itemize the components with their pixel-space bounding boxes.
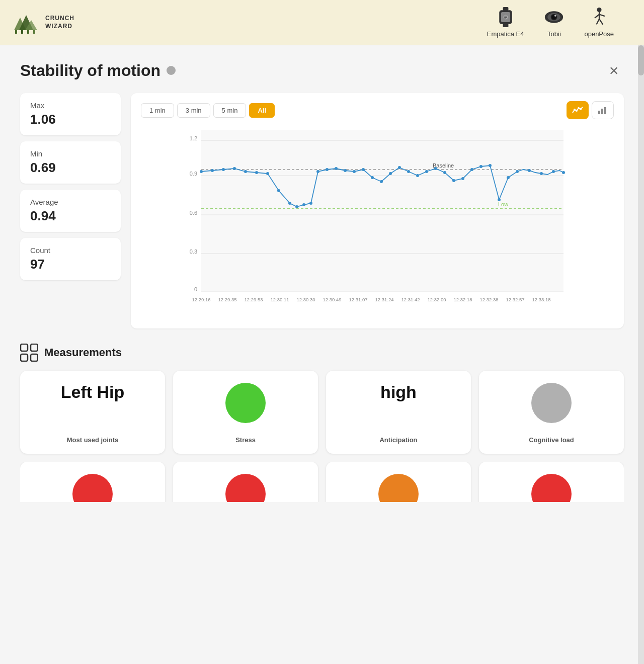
- lefthip-sub-label: Most used joints: [67, 436, 119, 444]
- stats-panel: Max 1.06 Min 0.69 Average 0.94 Count 97: [20, 93, 121, 328]
- svg-point-53: [244, 170, 247, 173]
- measurement-card-cogload[interactable]: Cognitive load: [479, 371, 624, 454]
- svg-line-23: [599, 15, 605, 17]
- svg-point-28: [576, 110, 578, 112]
- svg-text:0.6: 0.6: [190, 210, 197, 216]
- stat-avg-card: Average 0.94: [20, 190, 121, 232]
- svg-point-55: [266, 172, 269, 175]
- time-btn-1min[interactable]: 1 min: [141, 103, 174, 118]
- svg-rect-3: [15, 30, 17, 34]
- svg-point-27: [574, 109, 576, 111]
- measurement-card-r2-3[interactable]: [479, 462, 624, 502]
- measurement-card-anticipation[interactable]: high Anticipation: [326, 371, 471, 454]
- logo-text: CRUNCHWIZARD: [45, 15, 74, 30]
- svg-rect-6: [33, 30, 35, 34]
- measurement-card-r2-1[interactable]: [173, 462, 318, 502]
- r2-0-indicator: [72, 474, 113, 502]
- stat-count-value: 97: [30, 257, 111, 272]
- stat-max-label: Max: [30, 101, 111, 110]
- person-icon: [589, 7, 609, 27]
- svg-point-84: [528, 169, 531, 172]
- r2-3-indicator: [531, 474, 572, 502]
- svg-text:12:32:57: 12:32:57: [506, 297, 525, 302]
- svg-line-25: [599, 19, 603, 25]
- measurement-cards-row-1: Left Hip Most used joints Stress high An…: [20, 371, 624, 454]
- measurement-cards-row-2: [20, 462, 624, 502]
- svg-text:12:29:53: 12:29:53: [245, 297, 263, 302]
- title-row: Stability of motion ×: [20, 60, 624, 80]
- time-btn-3min[interactable]: 3 min: [177, 103, 210, 118]
- measurement-card-lefthip[interactable]: Left Hip Most used joints: [20, 371, 165, 454]
- scrollbar[interactable]: [638, 45, 644, 664]
- svg-point-67: [371, 176, 374, 179]
- eye-icon: [544, 7, 564, 27]
- svg-rect-4: [21, 30, 23, 34]
- lefthip-main-value: Left Hip: [61, 383, 125, 401]
- measurement-card-r2-0[interactable]: [20, 462, 165, 502]
- svg-point-86: [552, 170, 555, 173]
- device-tobii[interactable]: Tobii: [544, 7, 564, 38]
- svg-point-68: [380, 180, 383, 183]
- logo-area: CRUNCHWIZARD: [10, 8, 74, 38]
- svg-point-56: [277, 189, 280, 192]
- svg-point-62: [326, 168, 329, 171]
- svg-point-77: [461, 177, 464, 180]
- device-openpose[interactable]: openPose: [584, 7, 614, 38]
- svg-point-74: [434, 167, 437, 170]
- watch-icon: [496, 7, 516, 27]
- svg-point-66: [362, 168, 365, 171]
- svg-point-79: [479, 165, 482, 168]
- svg-point-59: [302, 203, 305, 206]
- cogload-indicator: [531, 383, 572, 423]
- device-empatica[interactable]: Empatica E4: [487, 7, 524, 38]
- scrollbar-thumb[interactable]: [638, 45, 644, 75]
- svg-rect-14: [504, 19, 506, 19]
- measurement-card-r2-2[interactable]: [326, 462, 471, 502]
- close-button[interactable]: ×: [604, 60, 624, 80]
- chart-controls: 1 min 3 min 5 min All: [141, 101, 614, 119]
- measurement-card-stress[interactable]: Stress: [173, 371, 318, 454]
- svg-point-63: [335, 167, 338, 170]
- svg-point-60: [309, 202, 312, 205]
- svg-text:0.3: 0.3: [190, 248, 197, 255]
- measurements-section: Measurements Left Hip Most used joints S…: [20, 344, 624, 502]
- svg-rect-39: [201, 130, 564, 291]
- svg-point-75: [443, 171, 446, 174]
- header-devices: Empatica E4 Tobii: [487, 7, 634, 38]
- time-btn-5min[interactable]: 5 min: [213, 103, 247, 118]
- chart-panel: 1 min 3 min 5 min All: [131, 93, 624, 328]
- svg-rect-12: [504, 16, 507, 16]
- chart-svg-container: 1.2 0.9 0.6 0.3 0 Baseline: [141, 125, 614, 318]
- svg-point-58: [295, 205, 298, 208]
- svg-text:12:31:42: 12:31:42: [401, 297, 420, 302]
- chart-type-bar-btn[interactable]: [592, 101, 614, 119]
- time-btn-all[interactable]: All: [249, 103, 275, 118]
- svg-rect-102: [21, 344, 28, 351]
- svg-line-24: [596, 19, 599, 25]
- svg-point-54: [255, 171, 258, 174]
- stability-chart: 1.2 0.9 0.6 0.3 0 Baseline: [141, 125, 614, 316]
- svg-text:1.2: 1.2: [190, 135, 197, 141]
- stat-min-label: Min: [30, 149, 111, 158]
- stats-chart-row: Max 1.06 Min 0.69 Average 0.94 Count 97 …: [20, 93, 624, 328]
- svg-point-80: [489, 164, 492, 167]
- svg-point-82: [507, 176, 510, 179]
- svg-text:12:30:49: 12:30:49: [323, 297, 342, 302]
- svg-point-76: [452, 179, 455, 182]
- svg-point-65: [353, 170, 356, 173]
- svg-point-49: [200, 170, 203, 173]
- r2-2-indicator: [378, 474, 419, 502]
- chart-type-line-btn[interactable]: [567, 101, 589, 119]
- chart-type-buttons: [567, 101, 614, 119]
- svg-rect-8: [503, 24, 508, 27]
- svg-text:Low: Low: [498, 201, 508, 207]
- svg-rect-32: [601, 109, 603, 114]
- svg-rect-105: [31, 354, 38, 361]
- r2-1-indicator: [225, 474, 266, 502]
- svg-text:12:30:11: 12:30:11: [271, 297, 289, 302]
- svg-text:12:31:07: 12:31:07: [349, 297, 368, 302]
- line-chart-icon: [572, 106, 583, 115]
- measurements-grid-icon: [20, 344, 38, 362]
- svg-rect-104: [21, 354, 28, 361]
- page-title: Stability of motion: [20, 61, 176, 80]
